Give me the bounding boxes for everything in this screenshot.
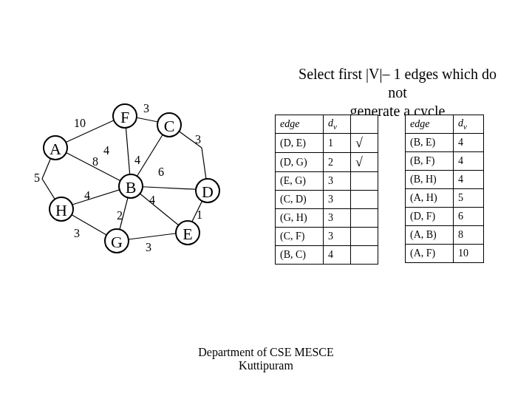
edge-table-2: edge dv (B, E)4 (B, F)4 (B, H)4 (A, H)5 … <box>405 115 484 263</box>
footer-l1: Department of CSE MESCE <box>198 346 334 358</box>
table-header-row: edge dv <box>406 115 484 134</box>
w-fc: 3 <box>143 102 149 115</box>
w-bf: 8 <box>92 155 98 168</box>
w-be: 4 <box>149 194 155 207</box>
w-bh: 4 <box>84 189 90 202</box>
w-ab: 4 <box>103 144 109 157</box>
hdr-dv2: dv <box>454 115 484 134</box>
node-h: H <box>49 197 74 222</box>
w-ah: 5 <box>34 171 40 185</box>
table-row: (D, G)2√ <box>276 153 378 172</box>
node-g: G <box>104 228 129 253</box>
footer-credit: Department of CSE MESCE Kuttipuram <box>0 346 532 373</box>
node-b: B <box>118 174 143 199</box>
w-de: 1 <box>197 208 202 222</box>
table-row: (D, F)6 <box>406 208 484 226</box>
instruction-title: Select first |V|– 1 edges which do not g… <box>294 65 501 120</box>
node-e: E <box>175 220 200 245</box>
node-d: D <box>195 178 220 203</box>
node-c: C <box>157 112 182 137</box>
hdr-edge2: edge <box>406 115 454 134</box>
w-bg: 2 <box>117 209 123 222</box>
node-f: F <box>112 103 137 129</box>
graph-edges <box>0 0 266 281</box>
w-bc: 4 <box>134 154 140 167</box>
table-row: (G, H)3 <box>276 209 378 228</box>
w-ge: 3 <box>146 241 151 254</box>
node-a: A <box>43 135 68 160</box>
table-row: (C, D)3 <box>276 191 378 209</box>
table-row: (E, G)3 <box>276 172 378 191</box>
table-header-row: edge dv <box>276 115 378 134</box>
w-bd: 6 <box>158 166 164 179</box>
hdr-check <box>351 115 378 134</box>
table-row: (A, F)10 <box>406 245 484 263</box>
w-af: 10 <box>74 117 86 130</box>
footer-l2: Kuttipuram <box>239 359 293 372</box>
table-row: (B, C)4 <box>276 246 378 265</box>
w-hg: 3 <box>74 227 80 240</box>
table-row: (B, E)4 <box>406 134 484 152</box>
title-l1: Select first |V|– 1 edges which do not <box>299 66 497 100</box>
table-row: (D, E)1√ <box>276 134 378 153</box>
edge-table-1: edge dv (D, E)1√ (D, G)2√ (E, G)3 (C, D)… <box>275 115 378 265</box>
table-row: (B, F)4 <box>406 152 484 171</box>
w-cd: 3 <box>195 133 201 146</box>
hdr-edge: edge <box>276 115 324 134</box>
hdr-dv: dv <box>324 115 351 134</box>
table-row: (A, B)8 <box>406 226 484 245</box>
table-row: (B, H)4 <box>406 171 484 189</box>
table-row: (C, F)3 <box>276 228 378 246</box>
table-row: (A, H)5 <box>406 189 484 208</box>
